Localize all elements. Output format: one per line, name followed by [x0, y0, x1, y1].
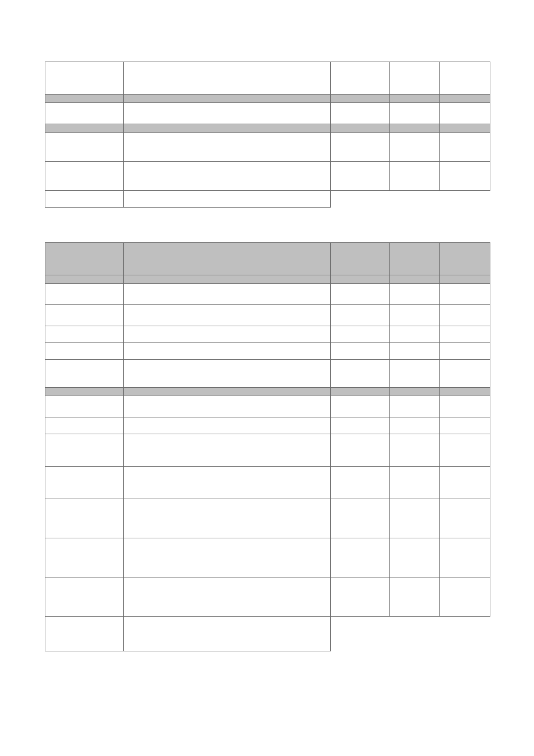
table-row [45, 396, 490, 417]
table-row [45, 191, 490, 208]
table-row [45, 162, 490, 191]
table-row [45, 417, 490, 434]
table-row [45, 360, 490, 388]
table-row [45, 343, 490, 360]
table-row [45, 305, 490, 326]
table-row [45, 326, 490, 343]
table-row [45, 124, 490, 133]
table-row [45, 243, 490, 275]
document-page [45, 62, 490, 651]
table-2 [45, 242, 490, 651]
table-row [45, 499, 490, 538]
table-row [45, 284, 490, 305]
table-row [45, 577, 490, 617]
table-row [45, 538, 490, 577]
table-row [45, 467, 490, 499]
table-row [45, 103, 490, 124]
table-row [45, 617, 490, 651]
table-1 [45, 62, 490, 208]
table-row [45, 133, 490, 162]
table-row [45, 62, 490, 95]
table-row [45, 275, 490, 284]
table-gap [45, 208, 490, 242]
table-row [45, 434, 490, 467]
table-row [45, 95, 490, 103]
table-row [45, 388, 490, 396]
